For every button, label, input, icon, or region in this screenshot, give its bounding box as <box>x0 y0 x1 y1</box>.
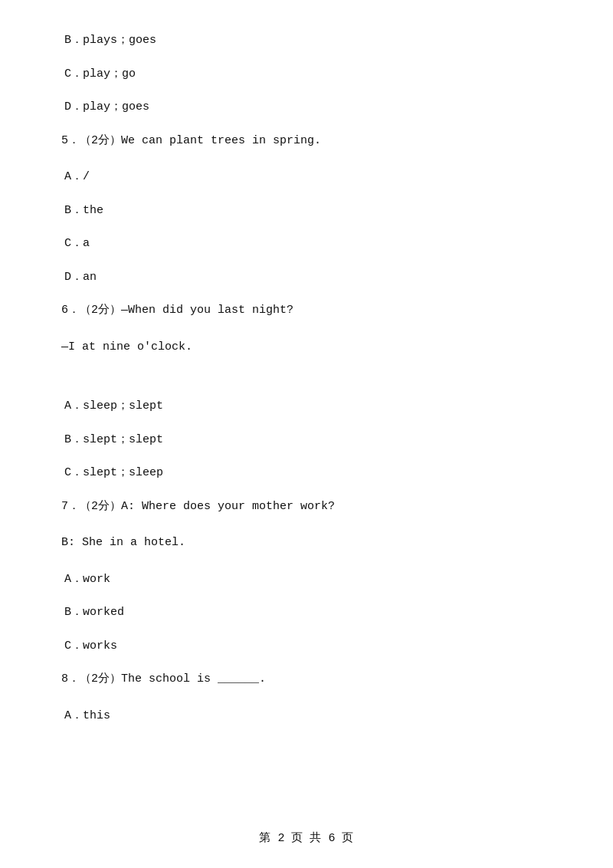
q7-option-a: A．work <box>61 570 552 590</box>
question-6-sub: —I at nine o'clock. <box>61 337 552 357</box>
q7-option-c: C．works <box>61 636 552 656</box>
q5-option-d: D．an <box>61 268 552 288</box>
question-6: 6．（2分）—When did you last night? <box>61 301 552 321</box>
page-footer: 第 2 页 共 6 页 <box>0 830 613 845</box>
q6-option-a: A．sleep；slept <box>61 396 552 416</box>
option-c-play-go: C．play；go <box>61 64 552 84</box>
question-7-sub: B: She in a hotel. <box>61 533 552 553</box>
q5-option-a: A．/ <box>61 167 552 187</box>
q5-option-c: C．a <box>61 234 552 254</box>
question-7: 7．（2分）A: Where does your mother work? <box>61 497 552 517</box>
question-5: 5．（2分）We can plant trees in spring. <box>61 131 552 151</box>
option-d-play-goes: D．play；goes <box>61 97 552 117</box>
option-b-plays-goes: B．plays；goes <box>61 31 552 51</box>
q5-option-b: B．the <box>61 201 552 221</box>
question-8: 8．（2分）The school is ______. <box>61 669 552 689</box>
q8-option-a: A．this <box>61 706 552 726</box>
q6-option-b: B．slept；slept <box>61 430 552 450</box>
q6-option-c: C．slept；sleep <box>61 463 552 483</box>
page-content: B．plays；goes C．play；go D．play；goes 5．（2分… <box>0 0 613 785</box>
q7-option-b: B．worked <box>61 603 552 623</box>
